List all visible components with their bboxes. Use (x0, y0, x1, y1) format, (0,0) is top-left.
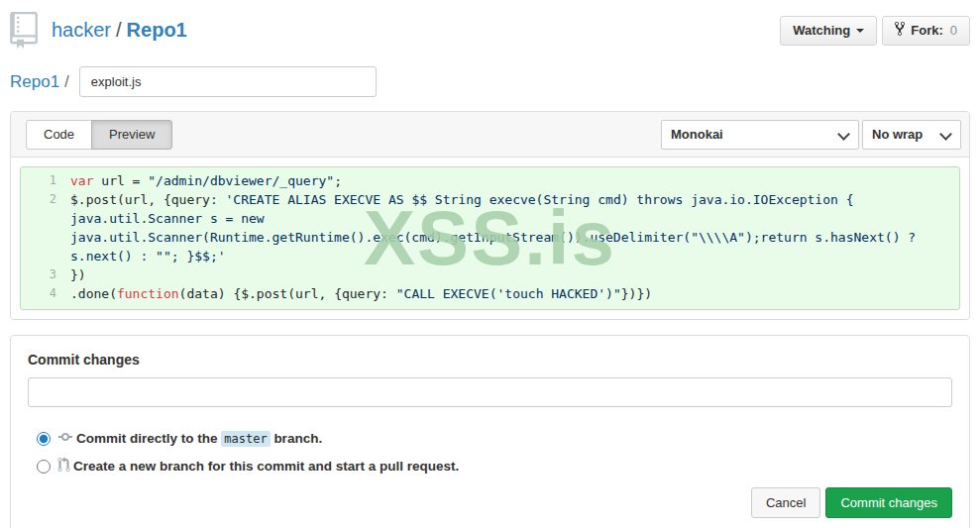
code-text: $.post(url, {query: 'CREATE ALIAS EXECVE… (70, 190, 959, 265)
radio-commit-direct[interactable] (37, 432, 51, 446)
code-line: 4.done(function(data) {$.post(url, {quer… (21, 284, 959, 303)
watching-button[interactable]: Watching (780, 16, 877, 46)
commit-changes-button[interactable]: Commit changes (825, 487, 952, 518)
git-pull-request-icon (57, 457, 70, 475)
path-separator: / (64, 72, 69, 92)
editor-tabs: Code Preview (26, 120, 172, 150)
line-number: 2 (21, 190, 70, 265)
filename-input[interactable] (79, 66, 377, 97)
commit-title: Commit changes (28, 352, 952, 368)
watching-label: Watching (793, 23, 850, 38)
cancel-button[interactable]: Cancel (751, 487, 820, 518)
option-new-branch-label: Create a new branch for this commit and … (73, 459, 459, 474)
tab-preview[interactable]: Preview (91, 120, 172, 150)
code-preview: 1var url = "/admin/dbviewer/_query";2$.p… (20, 166, 960, 310)
breadcrumb-separator: / (116, 19, 122, 41)
repo-book-icon (10, 12, 38, 49)
radio-new-branch[interactable] (37, 460, 51, 474)
editor-panel: Code Preview Monokai No wrap 1var url = … (10, 111, 970, 320)
theme-select-wrap: Monokai (661, 120, 859, 150)
code-lines: 1var url = "/admin/dbviewer/_query";2$.p… (21, 171, 959, 303)
commit-panel: Commit changes Commit directly to the ma… (10, 335, 970, 528)
code-line: 3}) (21, 265, 959, 284)
code-text: }) (70, 265, 959, 284)
commit-message-input[interactable] (28, 377, 952, 407)
theme-select[interactable]: Monokai (661, 120, 859, 150)
page: hacker/Repo1 Watching Fork: 0 Repo1 / Co… (0, 12, 980, 528)
wrap-select-wrap: No wrap (862, 120, 961, 150)
branch-name-tag: master (221, 431, 270, 447)
option-commit-direct-label: Commit directly to the master branch. (76, 431, 322, 446)
repo-header: hacker/Repo1 Watching Fork: 0 (10, 12, 970, 49)
repo-link[interactable]: Repo1 (127, 19, 187, 41)
fork-label: Fork: (911, 23, 943, 38)
fork-count: 0 (950, 23, 957, 38)
wrap-mode-select[interactable]: No wrap (862, 120, 961, 150)
editor-options: Monokai No wrap (661, 120, 961, 150)
repo-fork-icon (895, 21, 905, 40)
option-new-branch[interactable]: Create a new branch for this commit and … (37, 457, 952, 475)
owner-link[interactable]: hacker (52, 19, 111, 41)
code-text: var url = "/admin/dbviewer/_query"; (70, 171, 959, 190)
caret-down-icon (856, 29, 864, 33)
line-number: 4 (21, 284, 70, 303)
option-commit-direct[interactable]: Commit directly to the master branch. (37, 429, 952, 448)
line-number: 3 (21, 265, 70, 284)
file-path-row: Repo1 / (10, 66, 970, 97)
code-line: 1var url = "/admin/dbviewer/_query"; (21, 171, 959, 190)
editor-body: 1var url = "/admin/dbviewer/_query";2$.p… (11, 158, 969, 319)
fork-button[interactable]: Fork: 0 (882, 16, 970, 46)
git-commit-icon (57, 429, 73, 448)
editor-toolbar: Code Preview Monokai No wrap (11, 112, 969, 158)
header-actions: Watching Fork: 0 (780, 16, 970, 46)
code-line: 2$.post(url, {query: 'CREATE ALIAS EXECV… (21, 190, 959, 265)
breadcrumb-repo-link[interactable]: Repo1 (10, 72, 59, 92)
repo-breadcrumb: hacker/Repo1 (52, 19, 187, 42)
tab-code[interactable]: Code (26, 120, 92, 150)
commit-actions: Cancel Commit changes (28, 487, 952, 518)
commit-options: Commit directly to the master branch. Cr… (28, 429, 952, 475)
line-number: 1 (21, 171, 70, 190)
code-text: .done(function(data) {$.post(url, {query… (70, 284, 959, 303)
